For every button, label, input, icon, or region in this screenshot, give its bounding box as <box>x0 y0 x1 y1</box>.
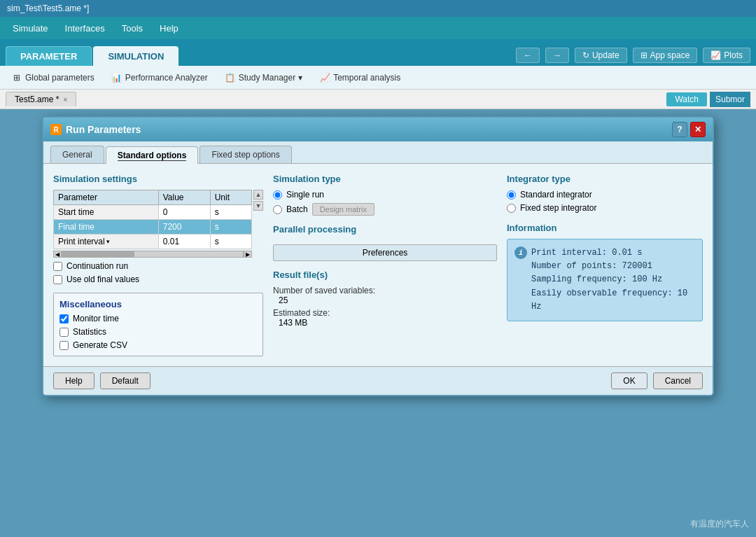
statistics-checkbox[interactable] <box>59 328 69 337</box>
tab-simulation[interactable]: SIMULATION <box>93 46 178 66</box>
fixed-step-integrator-label: Fixed step integrator <box>520 203 596 213</box>
dialog-body: Simulation settings Parameter Value Unit <box>43 164 713 366</box>
monitor-time-checkbox[interactable] <box>59 314 69 323</box>
saved-variables-row: Number of saved variables: <box>273 286 497 295</box>
right-panel: Integrator type Standard integrator Fixe… <box>507 174 703 356</box>
dialog-tab-general[interactable]: General <box>50 146 104 163</box>
menu-tools[interactable]: Tools <box>115 20 150 36</box>
standard-integrator-radio[interactable] <box>507 190 516 200</box>
global-params-item[interactable]: ⊞ Global parameters <box>6 69 100 86</box>
single-run-label: Single run <box>286 190 324 200</box>
batch-radio[interactable] <box>273 205 282 214</box>
cell-value[interactable]: 0 <box>158 205 210 220</box>
fixed-step-integrator-radio[interactable] <box>507 204 516 213</box>
perf-analyzer-item[interactable]: 📊 Performance Analyzer <box>106 69 214 86</box>
dialog-footer: Help Default OK Cancel <box>43 366 713 395</box>
watch-button[interactable]: Watch <box>666 92 707 106</box>
use-old-final-values-label: Use old final values <box>66 274 139 284</box>
standard-integrator-label: Standard integrator <box>520 190 592 200</box>
cell-param: Print interval ▾ <box>54 235 159 249</box>
chart-icon: 📊 <box>111 72 122 83</box>
scroll-bar[interactable] <box>62 251 244 258</box>
estimated-size-value: 143 MB <box>279 318 307 328</box>
cancel-btn[interactable]: Cancel <box>653 372 703 389</box>
single-run-row: Single run <box>273 190 497 200</box>
dialog-close-btn[interactable]: ✕ <box>690 122 706 137</box>
run-parameters-dialog: R Run Parameters ? ✕ General Standard op… <box>42 116 714 396</box>
dialog-tab-standard[interactable]: Standard options <box>106 146 199 164</box>
file-tab-close[interactable]: × <box>63 96 67 104</box>
forward-btn[interactable]: → <box>545 48 569 63</box>
menu-interfaces[interactable]: Interfaces <box>58 20 112 36</box>
scroll-thumb <box>62 251 134 257</box>
dialog-icon: R <box>50 124 62 135</box>
continuation-run-row: Continuation run <box>53 261 263 271</box>
toolbar: ⊞ Global parameters 📊 Performance Analyz… <box>0 66 756 90</box>
plots-btn[interactable]: 📈 Plots <box>703 48 750 63</box>
col-header-parameter: Parameter <box>54 190 159 205</box>
dialog-help-btn[interactable]: ? <box>672 122 687 137</box>
scroll-down-arrow[interactable]: ▼ <box>253 201 263 211</box>
help-btn[interactable]: Help <box>53 372 94 389</box>
scroll-up-arrow[interactable]: ▲ <box>253 190 263 200</box>
saved-variables-value: 25 <box>279 295 288 305</box>
use-old-final-values-row: Use old final values <box>53 274 263 284</box>
col-header-value: Value <box>158 190 210 205</box>
miscellaneous-section: Miscellaneous Monitor time Statistics Ge… <box>53 293 263 356</box>
file-tab[interactable]: Test5.ame * × <box>6 92 76 106</box>
table-row[interactable]: Final time 7200 s <box>54 220 252 235</box>
info-text: Print interval: 0.01 s Number of points:… <box>531 246 687 314</box>
table-row[interactable]: Start time 0 s <box>54 205 252 220</box>
title-bar: sim_Test\Test5.ame *] <box>0 0 756 17</box>
simulation-type-section: Simulation type Single run Batch Design … <box>273 174 497 216</box>
study-icon: 📋 <box>225 72 236 83</box>
update-btn[interactable]: ↻ Update <box>575 48 627 63</box>
result-files-section: Result file(s) Number of saved variables… <box>273 270 497 328</box>
cell-value[interactable]: 7200 <box>158 220 210 235</box>
design-matrix-btn[interactable]: Design matrix <box>312 203 374 216</box>
preferences-btn[interactable]: Preferences <box>273 244 497 261</box>
default-btn[interactable]: Default <box>100 372 150 389</box>
use-old-final-values-checkbox[interactable] <box>53 275 62 284</box>
dialog-tab-fixed[interactable]: Fixed step options <box>200 146 291 163</box>
dropdown-arrow-icon[interactable]: ▾ <box>106 238 110 245</box>
standard-integrator-row: Standard integrator <box>507 190 703 200</box>
col-header-unit: Unit <box>210 190 251 205</box>
table-h-scroll[interactable]: ◀ ▶ <box>53 251 252 258</box>
simulation-settings-title: Simulation settings <box>53 174 263 184</box>
single-run-radio[interactable] <box>273 190 282 200</box>
watermark: 有温度的汽车人 <box>690 518 749 530</box>
info-content: i Print interval: 0.01 s Number of point… <box>514 246 695 314</box>
generate-csv-checkbox[interactable] <box>59 341 69 350</box>
table-icon: ⊞ <box>11 72 22 83</box>
generate-csv-row: Generate CSV <box>59 340 257 350</box>
batch-label: Batch <box>286 204 308 214</box>
app-space-btn[interactable]: ⊞ App space <box>633 48 698 63</box>
menu-simulate[interactable]: Simulate <box>6 20 55 36</box>
miscellaneous-title: Miscellaneous <box>59 299 257 309</box>
footer-right: OK Cancel <box>611 372 703 389</box>
dialog-title: R Run Parameters <box>50 124 141 135</box>
back-btn[interactable]: ← <box>516 48 540 63</box>
dialog-tabs: General Standard options Fixed step opti… <box>43 141 713 164</box>
monitor-time-row: Monitor time <box>59 314 257 323</box>
scroll-right-arrow[interactable]: ▶ <box>244 251 252 258</box>
scroll-left-arrow[interactable]: ◀ <box>53 251 62 258</box>
params-table-wrapper: Parameter Value Unit Start time 0 s <box>53 190 263 258</box>
result-files-title: Result file(s) <box>273 270 497 280</box>
cell-value[interactable]: 0.01 <box>158 235 210 249</box>
parallel-processing-title: Parallel processing <box>273 224 497 235</box>
params-table: Parameter Value Unit Start time 0 s <box>53 190 252 249</box>
info-icon: i <box>514 246 527 259</box>
temporal-analysis-item[interactable]: 📈 Temporal analysis <box>314 69 406 86</box>
table-header-row: Parameter Value Unit <box>54 190 252 205</box>
generate-csv-label: Generate CSV <box>73 340 127 350</box>
study-manager-item[interactable]: 📋 Study Manager ▾ <box>219 69 308 86</box>
ok-btn[interactable]: OK <box>611 372 647 389</box>
dialog-titlebar: R Run Parameters ? ✕ <box>43 118 713 141</box>
table-row[interactable]: Print interval ▾ 0.01 s <box>54 235 252 249</box>
tab-parameter[interactable]: PARAMETER <box>6 46 92 66</box>
menu-help[interactable]: Help <box>153 20 186 36</box>
saved-variables-label: Number of saved variables: <box>273 286 375 295</box>
continuation-run-checkbox[interactable] <box>53 262 62 271</box>
